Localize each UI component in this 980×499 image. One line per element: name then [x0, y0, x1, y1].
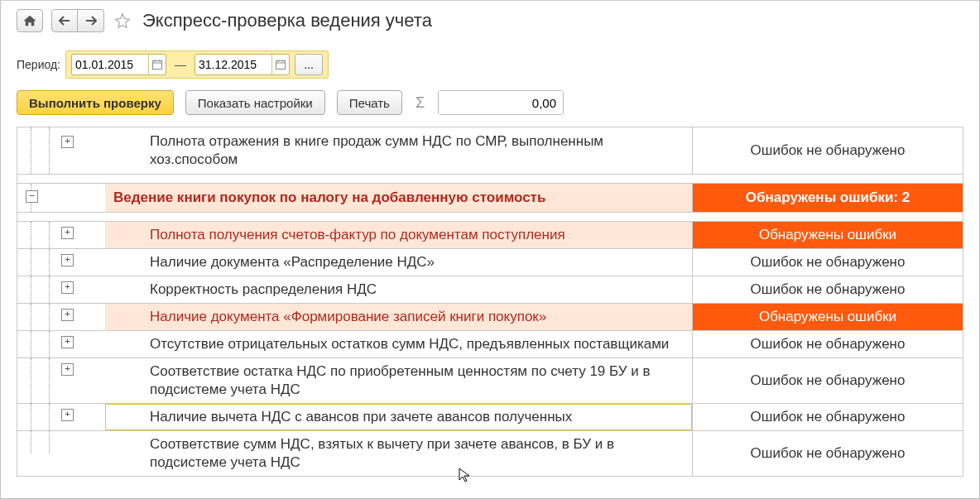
expand-icon[interactable]: +: [61, 254, 74, 266]
status-ok: Ошибок не обнаружено: [692, 249, 963, 276]
expand-icon[interactable]: +: [61, 336, 74, 348]
date-to[interactable]: [195, 54, 290, 75]
expand-icon[interactable]: +: [61, 227, 74, 239]
svg-rect-0: [153, 61, 162, 70]
sum-box[interactable]: [438, 90, 564, 115]
sigma-icon: Σ: [414, 94, 426, 112]
check-item-highlighted[interactable]: Наличие вычета НДС с авансов при зачете …: [105, 404, 692, 430]
check-item: Корректность распределения НДС: [105, 276, 692, 303]
status-errors-count: Обнаружены ошибки: 2: [692, 184, 963, 212]
date-to-input[interactable]: [195, 56, 271, 73]
expand-icon[interactable]: +: [61, 136, 74, 148]
check-item: Соответствие сумм НДС, взятых к вычету п…: [105, 431, 692, 476]
check-item: Наличие документа «Формирование записей …: [105, 304, 692, 330]
period-box: — ...: [65, 50, 329, 79]
expand-icon[interactable]: +: [61, 363, 74, 376]
check-item: Отсутствие отрицательных остатков сумм Н…: [105, 331, 692, 357]
check-item: Наличие документа «Распределение НДС»: [105, 249, 692, 276]
status-ok: Ошибок не обнаружено: [692, 127, 963, 174]
back-button[interactable]: [51, 9, 78, 32]
collapse-icon[interactable]: −: [26, 190, 38, 203]
check-item: Соответствие остатка НДС по приобретенны…: [105, 358, 692, 403]
print-button[interactable]: Печать: [337, 90, 402, 115]
status-ok: Ошибок не обнаружено: [692, 431, 963, 476]
show-settings-button[interactable]: Показать настройки: [185, 90, 325, 115]
period-choose-button[interactable]: ...: [295, 54, 323, 75]
svg-rect-4: [276, 61, 286, 70]
run-check-button[interactable]: Выполнить проверку: [17, 90, 174, 115]
report-table: + Полнота отражения в книге продаж сумм …: [17, 127, 963, 477]
expand-icon[interactable]: +: [61, 409, 74, 421]
date-from[interactable]: [71, 54, 166, 75]
sum-input[interactable]: [439, 91, 563, 114]
status-ok: Ошибок не обнаружено: [692, 404, 963, 430]
expand-icon[interactable]: +: [61, 281, 74, 294]
period-label: Период:: [17, 58, 60, 71]
expand-icon[interactable]: +: [61, 309, 74, 321]
page-title: Экспресс-проверка ведения учета: [141, 10, 432, 31]
forward-button[interactable]: [78, 9, 104, 32]
status-ok: Ошибок не обнаружено: [692, 331, 963, 357]
calendar-icon[interactable]: [271, 55, 289, 74]
section-title: Ведение книги покупок по налогу на добав…: [105, 184, 692, 212]
check-item: Полнота отражения в книге продаж сумм НД…: [105, 127, 692, 174]
status-ok: Ошибок не обнаружено: [692, 276, 963, 303]
check-item: Полнота получения счетов-фактур по докум…: [105, 222, 692, 248]
status-ok: Ошибок не обнаружено: [692, 358, 963, 403]
home-button[interactable]: [17, 9, 43, 32]
favorite-icon[interactable]: [113, 11, 132, 31]
period-dash: —: [171, 58, 190, 71]
status-error: Обнаружены ошибки: [692, 304, 963, 330]
date-from-input[interactable]: [72, 56, 148, 73]
calendar-icon[interactable]: [148, 55, 166, 74]
status-error: Обнаружены ошибки: [692, 222, 963, 248]
